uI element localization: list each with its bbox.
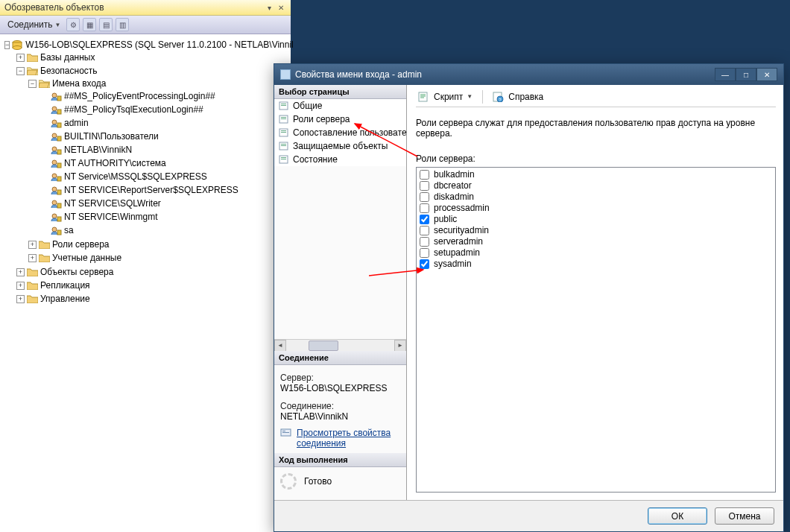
role-item[interactable]: dbcreator xyxy=(420,180,772,191)
role-checkbox[interactable] xyxy=(420,248,429,258)
role-checkbox[interactable] xyxy=(420,226,429,235)
svg-rect-10 xyxy=(57,136,61,141)
server-label: Сервер: xyxy=(280,373,400,383)
role-label: diskadmin xyxy=(434,191,474,203)
toolbar-icon-4[interactable]: ▥ xyxy=(116,18,129,31)
role-item[interactable]: serveradmin xyxy=(420,236,772,247)
tree-node-server-objects[interactable]: Объекты сервера xyxy=(40,266,113,278)
svg-point-11 xyxy=(52,147,57,151)
svg-point-21 xyxy=(52,214,57,218)
role-checkbox[interactable] xyxy=(420,170,429,180)
login-icon xyxy=(51,212,62,222)
dialog-icon xyxy=(280,69,291,80)
role-checkbox[interactable] xyxy=(420,203,429,213)
toolbar-icon-3[interactable]: ▤ xyxy=(99,18,113,31)
page-item[interactable]: Состояние xyxy=(274,153,406,166)
login-icon xyxy=(51,118,62,128)
roles-listbox[interactable]: bulkadmindbcreatordiskadminprocessadminp… xyxy=(416,167,776,493)
role-checkbox[interactable] xyxy=(420,237,429,247)
tree-login-item[interactable]: BUILTIN\Пользователи xyxy=(64,130,159,142)
close-icon[interactable]: ✕ xyxy=(276,2,286,13)
expand-toggle[interactable]: + xyxy=(16,282,25,290)
tree-node-replication[interactable]: Репликация xyxy=(40,279,90,291)
description: Роли сервера служат для предоставления п… xyxy=(416,118,776,139)
scroll-left-button[interactable]: ◄ xyxy=(274,340,286,352)
tree-login-item[interactable]: NT SERVICE\ReportServer$SQLEXPRESS xyxy=(64,184,238,196)
svg-rect-36 xyxy=(281,145,286,146)
folder-icon xyxy=(27,53,38,62)
tree-node-management[interactable]: Управление xyxy=(40,293,90,305)
scroll-right-button[interactable]: ► xyxy=(394,340,406,352)
horizontal-scrollbar[interactable]: ◄ ► xyxy=(274,339,406,351)
role-item[interactable]: sysadmin xyxy=(420,259,772,270)
expand-toggle[interactable]: + xyxy=(28,254,37,262)
expand-toggle[interactable]: − xyxy=(4,41,10,49)
role-checkbox[interactable] xyxy=(420,215,429,224)
tree-login-item[interactable]: NETLAB\VinnikN xyxy=(64,144,132,156)
role-label: serveradmin xyxy=(434,236,483,247)
role-label: dbcreator xyxy=(434,180,472,191)
object-explorer-panel: Обозреватель объектов ▾ ✕ Соединить ▼ ⚙ … xyxy=(0,0,291,532)
tree-login-item[interactable]: sa xyxy=(64,224,74,236)
role-item[interactable]: setupadmin xyxy=(420,247,772,259)
tree-login-item[interactable]: admin xyxy=(64,117,89,129)
tree-login-item[interactable]: NT Service\MSSQL$SQLEXPRESS xyxy=(64,171,207,183)
close-button[interactable]: ✕ xyxy=(756,68,777,81)
page-label: Защищаемые объекты xyxy=(293,141,388,151)
tree-login-item[interactable]: NT SERVICE\SQLWriter xyxy=(64,197,161,209)
expand-toggle[interactable]: + xyxy=(16,54,25,62)
view-connection-link[interactable]: Просмотреть свойства соединения xyxy=(297,428,400,449)
expand-toggle[interactable]: + xyxy=(16,268,25,276)
script-button[interactable]: Скрипт ▼ xyxy=(416,90,475,104)
dialog-titlebar[interactable]: Свойства имени входа - admin — □ ✕ xyxy=(274,64,783,85)
connection-link-icon xyxy=(280,428,292,438)
role-item[interactable]: securityadmin xyxy=(420,225,772,236)
connect-button[interactable]: Соединить ▼ xyxy=(4,18,63,31)
role-item[interactable]: diskadmin xyxy=(420,191,772,203)
expand-toggle[interactable]: + xyxy=(28,241,37,249)
ok-button[interactable]: ОК xyxy=(648,507,707,525)
role-checkbox[interactable] xyxy=(420,192,429,202)
object-explorer-titlebar: Обозреватель объектов ▾ ✕ xyxy=(0,0,291,16)
svg-rect-6 xyxy=(57,110,61,114)
page-label: Состояние xyxy=(293,154,338,165)
help-button[interactable]: ? Справка xyxy=(490,90,546,104)
tree-node-databases[interactable]: Базы данных xyxy=(40,51,95,63)
folder-icon xyxy=(27,281,38,290)
page-item[interactable]: Общие xyxy=(274,99,406,113)
minimize-button[interactable]: — xyxy=(715,68,736,81)
role-checkbox[interactable] xyxy=(420,259,429,269)
expand-toggle[interactable]: − xyxy=(28,80,37,88)
role-checkbox[interactable] xyxy=(420,181,429,191)
role-item[interactable]: bulkadmin xyxy=(420,169,772,180)
svg-rect-30 xyxy=(281,118,286,119)
expand-toggle[interactable]: − xyxy=(16,67,25,75)
svg-rect-32 xyxy=(281,130,286,131)
tree-login-item[interactable]: NT AUTHORITY\система xyxy=(64,157,166,169)
page-item[interactable]: Сопоставление пользователе xyxy=(274,126,406,139)
tree-node-logins[interactable]: Имена входа xyxy=(52,77,107,89)
role-item[interactable]: public xyxy=(420,214,772,225)
svg-rect-35 xyxy=(281,144,286,145)
tree-login-item[interactable]: ##MS_PolicyEventProcessingLogin## xyxy=(64,90,215,102)
scrollbar-thumb[interactable] xyxy=(309,341,338,351)
toolbar-icon-1[interactable]: ⚙ xyxy=(66,18,80,31)
server-icon xyxy=(12,40,23,50)
tree-node-credentials[interactable]: Учетные данные xyxy=(52,252,121,264)
tree-node-security[interactable]: Безопасность xyxy=(40,65,98,77)
expand-toggle[interactable]: + xyxy=(16,295,25,303)
page-item[interactable]: Роли сервера xyxy=(274,113,406,126)
svg-rect-26 xyxy=(281,104,286,104)
tree-login-item[interactable]: ##MS_PolicyTsqlExecutionLogin## xyxy=(64,104,203,115)
role-item[interactable]: processadmin xyxy=(420,203,772,214)
toolbar-icon-2[interactable]: ▦ xyxy=(83,18,96,31)
svg-point-7 xyxy=(52,120,57,124)
cancel-button[interactable]: Отмена xyxy=(715,507,774,525)
tree-node-server-roles[interactable]: Роли сервера xyxy=(52,238,110,250)
page-item[interactable]: Защищаемые объекты xyxy=(274,139,406,153)
connect-label: Соединить xyxy=(7,19,53,30)
object-tree[interactable]: − W156-LOB\SQLEXPRESS (SQL Server 11.0.2… xyxy=(0,34,291,310)
maximize-button[interactable]: □ xyxy=(736,68,756,81)
tree-login-item[interactable]: NT SERVICE\Winmgmt xyxy=(64,211,158,223)
dropdown-icon[interactable]: ▾ xyxy=(264,2,274,13)
